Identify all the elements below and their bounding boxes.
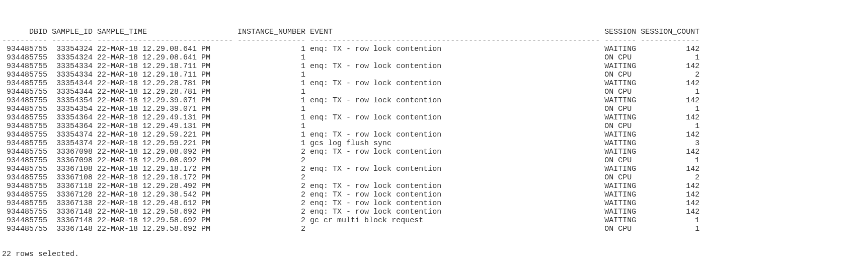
table-row: 934485755 33354334 22-MAR-18 12.29.18.71…	[2, 71, 868, 79]
table-row: 934485755 33367108 22-MAR-18 12.29.18.17…	[2, 165, 868, 173]
table-row: 934485755 33354354 22-MAR-18 12.29.39.07…	[2, 105, 868, 113]
table-row: 934485755 33367128 22-MAR-18 12.29.38.54…	[2, 190, 868, 199]
table-row: 934485755 33367148 22-MAR-18 12.29.58.69…	[2, 216, 868, 225]
table-row: 934485755 33367098 22-MAR-18 12.29.08.09…	[2, 156, 868, 165]
table-row: 934485755 33354374 22-MAR-18 12.29.59.22…	[2, 131, 868, 139]
table-row: 934485755 33367118 22-MAR-18 12.29.28.49…	[2, 182, 868, 190]
column-headers: DBID SAMPLE_ID SAMPLE_TIME INSTANCE_NUMB…	[2, 28, 868, 36]
table-row: 934485755 33354344 22-MAR-18 12.29.28.78…	[2, 79, 868, 88]
rows-selected-label: 22 rows selected.	[2, 250, 868, 257]
table-row: 934485755 33354344 22-MAR-18 12.29.28.78…	[2, 88, 868, 96]
table-row: 934485755 33354364 22-MAR-18 12.29.49.13…	[2, 113, 868, 122]
table-row: 934485755 33367098 22-MAR-18 12.29.08.09…	[2, 148, 868, 156]
table-row: 934485755 33367148 22-MAR-18 12.29.58.69…	[2, 225, 868, 233]
table-row: 934485755 33354374 22-MAR-18 12.29.59.22…	[2, 139, 868, 148]
table-row: 934485755 33354354 22-MAR-18 12.29.39.07…	[2, 96, 868, 105]
table-row: 934485755 33354364 22-MAR-18 12.29.49.13…	[2, 122, 868, 131]
query-output: DBID SAMPLE_ID SAMPLE_TIME INSTANCE_NUMB…	[2, 28, 868, 233]
column-separator: ---------- --------- -------------------…	[2, 36, 868, 45]
table-row: 934485755 33354324 22-MAR-18 12.29.08.64…	[2, 53, 868, 62]
table-row: 934485755 33367138 22-MAR-18 12.29.48.61…	[2, 199, 868, 208]
table-row: 934485755 33354324 22-MAR-18 12.29.08.64…	[2, 45, 868, 53]
table-row: 934485755 33367108 22-MAR-18 12.29.18.17…	[2, 173, 868, 182]
table-row: 934485755 33367148 22-MAR-18 12.29.58.69…	[2, 208, 868, 216]
table-row: 934485755 33354334 22-MAR-18 12.29.18.71…	[2, 62, 868, 71]
